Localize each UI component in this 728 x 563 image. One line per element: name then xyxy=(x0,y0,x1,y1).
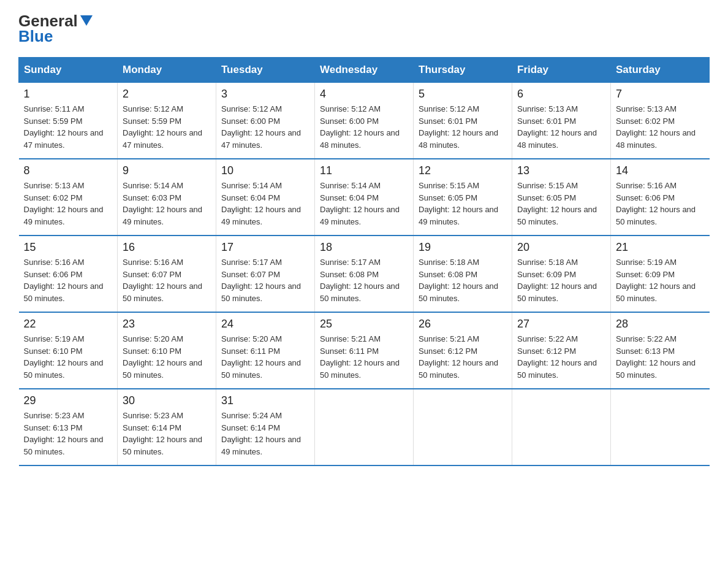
day-info: Sunrise: 5:15 AMSunset: 6:05 PMDaylight:… xyxy=(517,180,605,228)
calendar-cell: 4 Sunrise: 5:12 AMSunset: 6:00 PMDayligh… xyxy=(315,83,414,159)
logo-blue-text: Blue xyxy=(18,28,53,45)
calendar-header-sunday: Sunday xyxy=(19,58,118,83)
day-number: 13 xyxy=(517,164,605,177)
calendar-week-row: 22 Sunrise: 5:19 AMSunset: 6:10 PMDaylig… xyxy=(19,312,710,389)
day-number: 31 xyxy=(221,394,309,407)
calendar-cell: 23 Sunrise: 5:20 AMSunset: 6:10 PMDaylig… xyxy=(118,312,216,389)
calendar-cell: 29 Sunrise: 5:23 AMSunset: 6:13 PMDaylig… xyxy=(19,389,118,465)
day-number: 9 xyxy=(123,164,211,177)
day-info: Sunrise: 5:14 AMSunset: 6:04 PMDaylight:… xyxy=(320,180,408,228)
day-info: Sunrise: 5:12 AMSunset: 5:59 PMDaylight:… xyxy=(123,103,211,151)
calendar-cell: 17 Sunrise: 5:17 AMSunset: 6:07 PMDaylig… xyxy=(216,236,315,312)
day-info: Sunrise: 5:14 AMSunset: 6:04 PMDaylight:… xyxy=(221,180,309,228)
day-number: 17 xyxy=(221,241,309,254)
day-info: Sunrise: 5:14 AMSunset: 6:03 PMDaylight:… xyxy=(123,180,211,228)
day-number: 14 xyxy=(616,164,705,177)
day-number: 4 xyxy=(320,88,408,101)
day-number: 23 xyxy=(123,318,211,331)
day-info: Sunrise: 5:21 AMSunset: 6:12 PMDaylight:… xyxy=(419,333,507,381)
calendar-cell: 20 Sunrise: 5:18 AMSunset: 6:09 PMDaylig… xyxy=(512,236,611,312)
calendar-cell xyxy=(315,389,414,465)
logo-arrow-icon xyxy=(79,13,94,28)
page-header: General Blue xyxy=(18,12,710,45)
day-number: 19 xyxy=(419,241,507,254)
calendar-cell: 26 Sunrise: 5:21 AMSunset: 6:12 PMDaylig… xyxy=(414,312,512,389)
calendar-cell: 2 Sunrise: 5:12 AMSunset: 5:59 PMDayligh… xyxy=(118,83,216,159)
calendar-cell: 5 Sunrise: 5:12 AMSunset: 6:01 PMDayligh… xyxy=(414,83,512,159)
day-info: Sunrise: 5:24 AMSunset: 6:14 PMDaylight:… xyxy=(221,410,309,458)
calendar-header-thursday: Thursday xyxy=(414,58,512,83)
logo: General Blue xyxy=(18,12,94,45)
day-number: 8 xyxy=(24,164,113,177)
calendar-cell: 1 Sunrise: 5:11 AMSunset: 5:59 PMDayligh… xyxy=(19,83,118,159)
day-number: 12 xyxy=(419,164,507,177)
calendar-cell: 12 Sunrise: 5:15 AMSunset: 6:05 PMDaylig… xyxy=(414,159,512,236)
day-number: 20 xyxy=(517,241,605,254)
day-number: 15 xyxy=(24,241,113,254)
day-info: Sunrise: 5:15 AMSunset: 6:05 PMDaylight:… xyxy=(419,180,507,228)
calendar-cell: 16 Sunrise: 5:16 AMSunset: 6:07 PMDaylig… xyxy=(118,236,216,312)
calendar-week-row: 1 Sunrise: 5:11 AMSunset: 5:59 PMDayligh… xyxy=(19,83,710,159)
day-info: Sunrise: 5:16 AMSunset: 6:06 PMDaylight:… xyxy=(616,180,705,228)
day-number: 26 xyxy=(419,318,507,331)
day-number: 25 xyxy=(320,318,408,331)
day-number: 5 xyxy=(419,88,507,101)
calendar-cell: 19 Sunrise: 5:18 AMSunset: 6:08 PMDaylig… xyxy=(414,236,512,312)
calendar-header-row: SundayMondayTuesdayWednesdayThursdayFrid… xyxy=(19,58,710,83)
day-info: Sunrise: 5:12 AMSunset: 6:00 PMDaylight:… xyxy=(320,103,408,151)
day-info: Sunrise: 5:18 AMSunset: 6:08 PMDaylight:… xyxy=(419,256,507,304)
day-number: 22 xyxy=(24,318,113,331)
day-info: Sunrise: 5:16 AMSunset: 6:06 PMDaylight:… xyxy=(24,256,113,304)
calendar-cell: 24 Sunrise: 5:20 AMSunset: 6:11 PMDaylig… xyxy=(216,312,315,389)
calendar-cell xyxy=(414,389,512,465)
day-number: 28 xyxy=(616,318,705,331)
day-info: Sunrise: 5:19 AMSunset: 6:10 PMDaylight:… xyxy=(24,333,113,381)
day-info: Sunrise: 5:22 AMSunset: 6:12 PMDaylight:… xyxy=(517,333,605,381)
day-info: Sunrise: 5:22 AMSunset: 6:13 PMDaylight:… xyxy=(616,333,705,381)
calendar-cell: 25 Sunrise: 5:21 AMSunset: 6:11 PMDaylig… xyxy=(315,312,414,389)
day-info: Sunrise: 5:13 AMSunset: 6:01 PMDaylight:… xyxy=(517,103,605,151)
day-number: 10 xyxy=(221,164,309,177)
calendar-cell: 31 Sunrise: 5:24 AMSunset: 6:14 PMDaylig… xyxy=(216,389,315,465)
day-info: Sunrise: 5:16 AMSunset: 6:07 PMDaylight:… xyxy=(123,256,211,304)
day-info: Sunrise: 5:17 AMSunset: 6:07 PMDaylight:… xyxy=(221,256,309,304)
day-info: Sunrise: 5:23 AMSunset: 6:13 PMDaylight:… xyxy=(24,410,113,458)
day-info: Sunrise: 5:21 AMSunset: 6:11 PMDaylight:… xyxy=(320,333,408,381)
calendar-cell: 13 Sunrise: 5:15 AMSunset: 6:05 PMDaylig… xyxy=(512,159,611,236)
day-number: 18 xyxy=(320,241,408,254)
calendar-cell: 28 Sunrise: 5:22 AMSunset: 6:13 PMDaylig… xyxy=(611,312,710,389)
day-info: Sunrise: 5:17 AMSunset: 6:08 PMDaylight:… xyxy=(320,256,408,304)
calendar-header-saturday: Saturday xyxy=(611,58,710,83)
day-info: Sunrise: 5:12 AMSunset: 6:01 PMDaylight:… xyxy=(419,103,507,151)
day-info: Sunrise: 5:12 AMSunset: 6:00 PMDaylight:… xyxy=(221,103,309,151)
day-info: Sunrise: 5:18 AMSunset: 6:09 PMDaylight:… xyxy=(517,256,605,304)
day-info: Sunrise: 5:20 AMSunset: 6:11 PMDaylight:… xyxy=(221,333,309,381)
day-info: Sunrise: 5:13 AMSunset: 6:02 PMDaylight:… xyxy=(24,180,113,228)
calendar-week-row: 8 Sunrise: 5:13 AMSunset: 6:02 PMDayligh… xyxy=(19,159,710,236)
day-info: Sunrise: 5:13 AMSunset: 6:02 PMDaylight:… xyxy=(616,103,705,151)
calendar-cell xyxy=(512,389,611,465)
calendar-table: SundayMondayTuesdayWednesdayThursdayFrid… xyxy=(18,57,710,466)
day-number: 24 xyxy=(221,318,309,331)
day-number: 21 xyxy=(616,241,705,254)
svg-marker-0 xyxy=(80,15,93,26)
calendar-cell: 3 Sunrise: 5:12 AMSunset: 6:00 PMDayligh… xyxy=(216,83,315,159)
calendar-cell: 15 Sunrise: 5:16 AMSunset: 6:06 PMDaylig… xyxy=(19,236,118,312)
day-number: 29 xyxy=(24,394,113,407)
day-number: 3 xyxy=(221,88,309,101)
day-number: 27 xyxy=(517,318,605,331)
calendar-cell: 9 Sunrise: 5:14 AMSunset: 6:03 PMDayligh… xyxy=(118,159,216,236)
calendar-cell: 30 Sunrise: 5:23 AMSunset: 6:14 PMDaylig… xyxy=(118,389,216,465)
calendar-cell: 14 Sunrise: 5:16 AMSunset: 6:06 PMDaylig… xyxy=(611,159,710,236)
calendar-cell: 18 Sunrise: 5:17 AMSunset: 6:08 PMDaylig… xyxy=(315,236,414,312)
day-info: Sunrise: 5:19 AMSunset: 6:09 PMDaylight:… xyxy=(616,256,705,304)
day-info: Sunrise: 5:11 AMSunset: 5:59 PMDaylight:… xyxy=(24,103,113,151)
day-number: 11 xyxy=(320,164,408,177)
calendar-cell: 11 Sunrise: 5:14 AMSunset: 6:04 PMDaylig… xyxy=(315,159,414,236)
calendar-header-tuesday: Tuesday xyxy=(216,58,315,83)
calendar-cell: 6 Sunrise: 5:13 AMSunset: 6:01 PMDayligh… xyxy=(512,83,611,159)
calendar-cell: 7 Sunrise: 5:13 AMSunset: 6:02 PMDayligh… xyxy=(611,83,710,159)
calendar-cell: 21 Sunrise: 5:19 AMSunset: 6:09 PMDaylig… xyxy=(611,236,710,312)
calendar-week-row: 29 Sunrise: 5:23 AMSunset: 6:13 PMDaylig… xyxy=(19,389,710,465)
calendar-cell: 10 Sunrise: 5:14 AMSunset: 6:04 PMDaylig… xyxy=(216,159,315,236)
